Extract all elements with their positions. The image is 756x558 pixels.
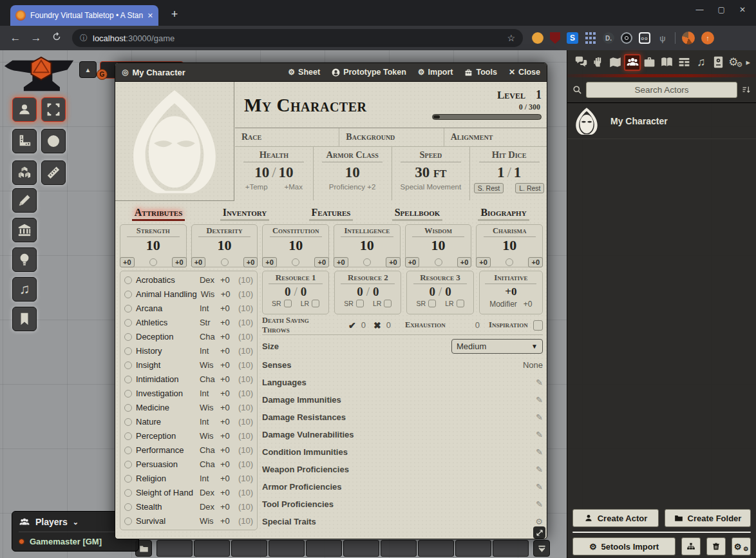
measure-controls-button[interactable] — [12, 129, 37, 153]
resource-value[interactable]: 0 — [357, 285, 363, 298]
level-value[interactable]: 1 — [536, 88, 542, 101]
skill-row[interactable]: Perception Wis +0 (10) — [124, 429, 253, 443]
skill-row[interactable]: Persuasion Cha +0 (10) — [124, 457, 253, 471]
playlists-tab-icon[interactable]: ♫ — [693, 54, 710, 71]
sheet-tab[interactable]: Biography — [460, 207, 547, 221]
skill-name[interactable]: Survival — [136, 516, 196, 526]
skill-row[interactable]: Athletics Str +0 (10) — [124, 316, 253, 329]
lr-checkbox[interactable] — [457, 300, 464, 307]
update-browser-icon[interactable]: ↑ — [701, 32, 714, 44]
ability-name[interactable]: Dexterity — [198, 226, 250, 237]
lr-checkbox[interactable] — [384, 300, 392, 307]
address-bar[interactable]: ⓘ localhost:30000/game ☆ — [72, 29, 523, 47]
ability-score[interactable]: 10 — [334, 237, 400, 254]
window-resize-handle[interactable] — [533, 526, 545, 539]
box-extension-icon[interactable]: oo — [639, 32, 650, 44]
skill-proficiency-radio[interactable] — [124, 291, 132, 298]
xp-value[interactable]: 0 / 300 — [426, 102, 540, 112]
ability-name[interactable]: Strength — [127, 226, 179, 237]
skill-name[interactable]: Stealth — [136, 502, 196, 512]
hp-tempmax-label[interactable]: +Max — [285, 183, 303, 191]
long-rest-recovery[interactable]: LR — [301, 300, 319, 307]
skill-name[interactable]: Medicine — [136, 403, 196, 412]
skill-proficiency-radio[interactable] — [124, 404, 132, 412]
sr-checkbox[interactable] — [284, 300, 292, 307]
skill-row[interactable]: Sleight of Hand Dex +0 (10) — [124, 486, 253, 499]
background-field[interactable]: Background — [339, 128, 443, 146]
forward-icon[interactable]: → — [27, 32, 45, 44]
actor-list-item[interactable]: My Character — [567, 103, 756, 139]
short-rest-recovery[interactable]: SR — [344, 300, 364, 307]
skill-proficiency-radio[interactable] — [124, 361, 132, 369]
skill-row[interactable]: Religion Int +0 (10) — [124, 472, 253, 485]
ability-proficiency-radio[interactable] — [363, 258, 371, 266]
ability-proficiency-radio[interactable] — [221, 258, 229, 266]
skill-row[interactable]: Nature Int +0 (10) — [124, 415, 253, 428]
ability-score[interactable]: 10 — [263, 237, 328, 254]
create-folder-button[interactable]: Create Folder — [665, 509, 751, 527]
delete-button[interactable] — [706, 537, 726, 555]
trait-edit-icon[interactable]: ✎ — [536, 465, 543, 474]
sort-icon[interactable] — [741, 85, 751, 95]
compendium-tab-icon[interactable] — [710, 54, 727, 71]
macro-slot[interactable] — [269, 540, 305, 557]
macro-slot[interactable] — [194, 540, 230, 557]
skill-name[interactable]: Intimidation — [136, 374, 196, 384]
sheet-tab[interactable]: Attributes — [115, 207, 202, 221]
death-failure-icon[interactable]: ✖ — [373, 320, 381, 331]
tiles-controls-button[interactable] — [12, 160, 37, 185]
trait-edit-icon[interactable]: ✎ — [536, 499, 543, 509]
cookie-extension-icon[interactable] — [532, 32, 543, 44]
skill-proficiency-radio[interactable] — [124, 517, 132, 525]
resource-value[interactable]: 0 — [429, 285, 435, 298]
tables-tab-icon[interactable] — [676, 54, 692, 71]
skill-name[interactable]: History — [136, 346, 196, 356]
ability-score[interactable]: 10 — [477, 237, 542, 254]
skill-name[interactable]: Deception — [136, 332, 196, 342]
skill-proficiency-radio[interactable] — [124, 461, 132, 468]
trait-edit-icon[interactable]: ✎ — [536, 378, 543, 387]
ability-check-mod[interactable]: +0 — [528, 257, 543, 267]
sounds-controls-button[interactable]: ♫ — [12, 277, 37, 302]
s-extension-icon[interactable]: S — [567, 32, 578, 44]
alignment-field[interactable]: Alignment — [444, 128, 547, 146]
skill-name[interactable]: Performance — [136, 445, 196, 455]
armor-class-stat[interactable]: Armor Class 10 Proficiency +2 — [313, 147, 392, 200]
ublock-extension-icon[interactable] — [550, 32, 560, 44]
skill-row[interactable]: Deception Cha +0 (10) — [124, 330, 253, 343]
ability-check-mod[interactable]: +0 — [243, 257, 258, 267]
hp-temp-label[interactable]: +Temp — [245, 183, 268, 191]
prototype-token-button[interactable]: Prototype Token — [332, 68, 406, 77]
back-icon[interactable]: ← — [6, 32, 24, 44]
size-select[interactable]: Medium ▼ — [451, 339, 543, 354]
combat-tab-icon[interactable] — [590, 54, 607, 71]
browser-tab[interactable]: Foundry Virtual Tabletop • A Stan ✕ — [10, 5, 158, 26]
ability-name[interactable]: Constitution — [270, 226, 322, 237]
settings-tab-icon[interactable]: ⚙⚙ — [727, 54, 744, 71]
short-rest-recovery[interactable]: SR — [417, 300, 437, 307]
walls-controls-button[interactable] — [12, 218, 37, 242]
ability-save-mod[interactable]: +0 — [476, 257, 491, 267]
character-portrait[interactable] — [115, 82, 234, 201]
macro-slot[interactable] — [455, 540, 491, 557]
sr-checkbox[interactable] — [428, 300, 436, 307]
hd-max[interactable]: 1 — [514, 164, 522, 180]
ability-name[interactable]: Charisma — [484, 226, 536, 237]
site-info-icon[interactable]: ⓘ — [80, 33, 88, 44]
skill-row[interactable]: Intimidation Cha +0 (10) — [124, 372, 253, 386]
skill-name[interactable]: Religion — [136, 474, 196, 483]
ability-name[interactable]: Intelligence — [341, 226, 393, 237]
skill-name[interactable]: Investigation — [136, 389, 196, 398]
character-name[interactable]: My Character — [244, 86, 426, 128]
ability-save-mod[interactable]: +0 — [405, 257, 420, 267]
chat-tab-icon[interactable] — [572, 54, 589, 71]
sr-checkbox[interactable] — [356, 300, 364, 307]
skill-proficiency-radio[interactable] — [124, 305, 132, 313]
ability-save-mod[interactable]: +0 — [262, 257, 277, 267]
skill-row[interactable]: Medicine Wis +0 (10) — [124, 401, 253, 414]
ruler-tool-button[interactable] — [41, 160, 66, 185]
skill-row[interactable]: Animal Handling Wis +0 (10) — [124, 287, 253, 301]
ability-check-mod[interactable]: +0 — [172, 257, 187, 267]
macro-slot[interactable] — [156, 540, 193, 557]
skill-proficiency-radio[interactable] — [124, 333, 132, 341]
